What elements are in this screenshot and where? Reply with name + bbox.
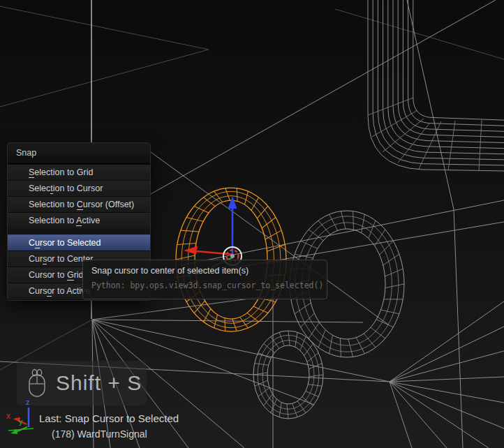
pipe-mesh <box>368 0 504 171</box>
y-axis-label: y <box>19 417 23 426</box>
tooltip: Snap cursor to center of selected item(s… <box>82 260 327 299</box>
shortcut-keys: Shift + S <box>56 371 142 395</box>
z-axis-label: z <box>26 398 30 406</box>
menu-item-selection-to-active[interactable]: Selection to Active <box>8 212 150 228</box>
tooltip-description: Snap cursor to center of selected item(s… <box>91 266 318 276</box>
torus-gray-small <box>253 331 323 419</box>
menu-item-label: G <box>67 270 74 281</box>
menu-item-label: Selection to <box>29 216 76 225</box>
blender-3d-viewport: Snap Selection to GridSelection to Curso… <box>0 0 504 448</box>
menu-item-cursor-to-selected[interactable]: Cursor to Selected <box>8 234 150 251</box>
x-axis-label: x <box>6 411 10 421</box>
snap-menu-title: Snap <box>8 143 150 164</box>
tooltip-python-command: Python: bpy.ops.view3d.snap_cursor_to_se… <box>91 281 318 290</box>
menu-item-label: C <box>29 238 35 248</box>
menu-item-label: election to Grid <box>34 167 93 177</box>
menu-item-label: C <box>77 200 83 210</box>
menu-item-selection-to-cursor-offset[interactable]: Selection to Cursor (Offset) <box>8 196 150 212</box>
menu-item-label: Selection to <box>29 200 77 209</box>
menu-item-label: rsor to Selected <box>40 238 101 248</box>
menu-item-label: Curs <box>29 286 47 296</box>
menu-item-label: ctive <box>82 216 100 225</box>
menu-item-label: ursor (Offset) <box>83 200 134 209</box>
menu-item-label: ion to Cursor <box>53 184 103 193</box>
menu-item-label: Cursor to <box>29 270 67 280</box>
transform-gizmo[interactable] <box>184 196 237 267</box>
menu-separator <box>8 228 150 234</box>
menu-item-selection-to-grid[interactable]: Selection to Grid <box>8 164 150 180</box>
menu-item-label: Cur <box>29 254 43 264</box>
active-object-info: (178) WardTurnSignal <box>52 428 147 440</box>
menu-item-label: u <box>35 238 40 248</box>
last-action-text: Last: Snap Cursor to Selected <box>39 412 179 424</box>
menu-item-label: Selec <box>29 184 50 193</box>
menu-item-selection-to-cursor[interactable]: Selection to Cursor <box>8 180 150 196</box>
